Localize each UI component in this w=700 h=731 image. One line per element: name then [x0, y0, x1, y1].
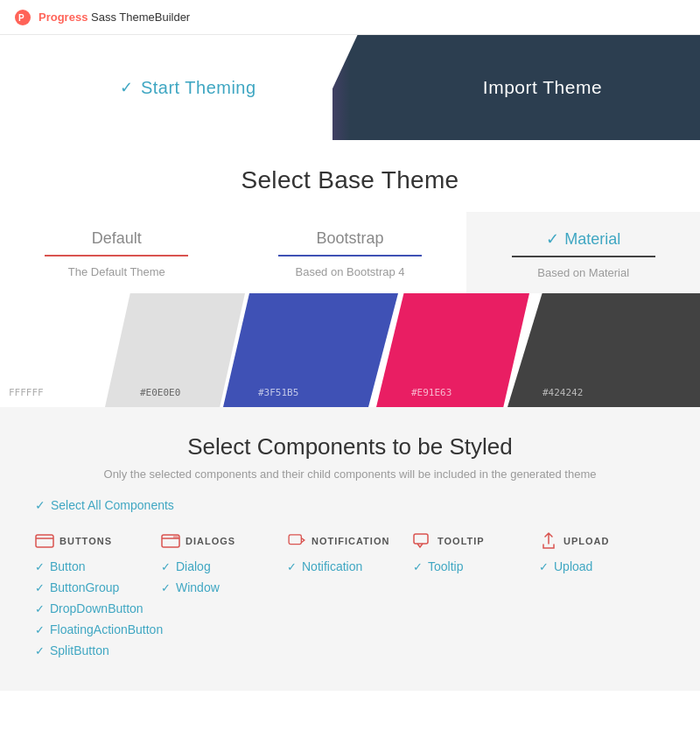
- item-notification[interactable]: ✓ Notification: [287, 559, 413, 573]
- logo-text: Progress Sass ThemeBuilder: [38, 11, 190, 24]
- upload-check: ✓: [539, 560, 549, 573]
- tab-bootstrap-underline: [278, 255, 422, 257]
- palette-white: FFFFFF: [0, 293, 127, 407]
- dialogs-header: DIALOGS: [161, 533, 287, 549]
- material-check-icon: ✓: [546, 229, 559, 249]
- base-theme-title: Select Base Theme: [0, 140, 700, 212]
- components-title: Select Components to be Styled: [35, 433, 665, 460]
- buttongroup-check: ✓: [35, 581, 45, 594]
- item-upload[interactable]: ✓ Upload: [539, 559, 665, 573]
- upload-col-title: UPLOAD: [564, 536, 609, 546]
- palette-lightgray: #E0E0E0: [105, 293, 245, 407]
- tooltip-icon: [413, 533, 432, 549]
- col-upload: UPLOAD ✓ Upload: [539, 533, 665, 664]
- tab-material-underline: [512, 256, 655, 257]
- palette-pink: #E91E63: [376, 293, 529, 407]
- start-theming-label: Start Theming: [141, 78, 256, 98]
- splitbutton-label: SplitButton: [50, 643, 109, 657]
- item-splitbutton[interactable]: ✓ SplitButton: [35, 643, 161, 657]
- logo-suffix: Sass ThemeBuilder: [88, 11, 190, 24]
- buttons-col-title: BUTTONS: [60, 536, 112, 546]
- theme-tabs: Default The Default Theme Bootstrap Base…: [0, 212, 700, 293]
- splitbutton-check: ✓: [35, 644, 45, 657]
- select-all-label: Select All Components: [51, 498, 174, 512]
- window-label: Window: [176, 580, 220, 594]
- tooltip-label: Tooltip: [428, 559, 463, 573]
- dialog-label: Dialog: [176, 559, 211, 573]
- components-desc: Only the selected components and their c…: [35, 467, 665, 481]
- select-all-check-icon: ✓: [35, 498, 46, 512]
- tab-default[interactable]: Default The Default Theme: [0, 212, 234, 293]
- dialog-check: ✓: [161, 560, 171, 573]
- color-palette: FFFFFF #E0E0E0 #3F51B5 #E91E63 #424242: [0, 293, 700, 407]
- tab-material[interactable]: ✓ Material Based on Material: [466, 212, 700, 293]
- col-dialogs: DIALOGS ✓ Dialog ✓ Window: [161, 533, 287, 664]
- tooltip-col-title: TOOLTIP: [438, 536, 485, 546]
- item-button[interactable]: ✓ Button: [35, 559, 161, 573]
- select-all-button[interactable]: ✓ Select All Components: [35, 498, 665, 512]
- buttongroup-label: ButtonGroup: [50, 580, 119, 594]
- label-e91e63: #E91E63: [411, 387, 452, 398]
- item-tooltip[interactable]: ✓ Tooltip: [413, 559, 539, 573]
- check-icon: ✓: [120, 78, 134, 97]
- item-dialog[interactable]: ✓ Dialog: [161, 559, 287, 573]
- start-theming-tab[interactable]: ✓ Start Theming: [120, 78, 256, 98]
- tab-material-desc: Based on Material: [480, 266, 686, 279]
- upload-label: Upload: [554, 559, 592, 573]
- tab-bootstrap-label: Bootstrap: [248, 229, 453, 248]
- svg-rect-8: [414, 534, 428, 544]
- floatingactionbutton-check: ✓: [35, 623, 45, 636]
- top-bar: P Progress Sass ThemeBuilder: [0, 0, 700, 35]
- item-floatingactionbutton[interactable]: ✓ FloatingActionButton: [35, 622, 161, 636]
- svg-text:P: P: [18, 13, 24, 23]
- dropdownbutton-check: ✓: [35, 602, 45, 615]
- upload-icon: [539, 533, 558, 549]
- notification-icon: [287, 533, 306, 549]
- label-424242: #424242: [542, 387, 583, 398]
- svg-rect-6: [173, 536, 178, 538]
- button-label: Button: [50, 559, 85, 573]
- notification-label: Notification: [302, 559, 362, 573]
- item-window[interactable]: ✓ Window: [161, 580, 287, 594]
- tab-default-label: Default: [14, 229, 220, 248]
- notification-col-title: NOTIFICATION: [312, 536, 389, 546]
- label-3f51b5: #3F51B5: [258, 387, 298, 398]
- tooltip-check: ✓: [413, 560, 423, 573]
- palette-blue: #3F51B5: [223, 293, 398, 407]
- buttons-header: BUTTONS: [35, 533, 161, 549]
- label-ffffff: FFFFFF: [9, 387, 44, 398]
- palette-dark: #424242: [508, 293, 700, 407]
- tab-bootstrap-desc: Based on Bootstrap 4: [248, 265, 453, 278]
- components-section: Select Components to be Styled Only the …: [0, 407, 700, 691]
- tab-default-desc: The Default Theme: [14, 265, 220, 278]
- col-notification: NOTIFICATION ✓ Notification: [287, 533, 413, 664]
- svg-rect-2: [36, 535, 53, 547]
- notification-check: ✓: [287, 560, 297, 573]
- base-theme-section: Select Base Theme Default The Default Th…: [0, 140, 700, 293]
- window-check: ✓: [161, 581, 171, 594]
- import-theme-label: Import Theme: [483, 77, 602, 98]
- floatingactionbutton-label: FloatingActionButton: [50, 622, 163, 636]
- component-grid: BUTTONS ✓ Button ✓ ButtonGroup ✓ DropDow…: [35, 533, 665, 664]
- svg-rect-7: [289, 535, 301, 545]
- notification-header: NOTIFICATION: [287, 533, 413, 549]
- logo-brand: Progress: [38, 11, 88, 24]
- import-theme-tab[interactable]: Import Theme: [385, 35, 700, 140]
- upload-header: UPLOAD: [539, 533, 665, 549]
- tab-default-underline: [45, 255, 188, 257]
- item-dropdownbutton[interactable]: ✓ DropDownButton: [35, 601, 161, 615]
- tab-material-label: ✓ Material: [480, 229, 686, 249]
- dropdownbutton-label: DropDownButton: [50, 601, 144, 615]
- item-buttongroup[interactable]: ✓ ButtonGroup: [35, 580, 161, 594]
- tab-bootstrap[interactable]: Bootstrap Based on Bootstrap 4: [234, 212, 467, 293]
- dialogs-col-title: DIALOGS: [186, 536, 235, 546]
- buttons-icon: [35, 533, 54, 549]
- progress-logo-icon: P: [14, 9, 32, 26]
- tooltip-header: TOOLTIP: [413, 533, 539, 549]
- dialogs-icon: [161, 533, 180, 549]
- button-check: ✓: [35, 560, 45, 573]
- label-e0e0e0: #E0E0E0: [140, 387, 180, 398]
- col-buttons: BUTTONS ✓ Button ✓ ButtonGroup ✓ DropDow…: [35, 533, 161, 664]
- col-tooltip: TOOLTIP ✓ Tooltip: [413, 533, 539, 664]
